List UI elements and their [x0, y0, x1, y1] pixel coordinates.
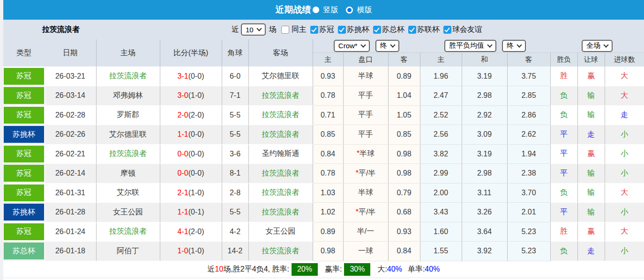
half-time-score: (0-1)	[188, 208, 204, 216]
avg-draw-odds: 3.92	[462, 242, 507, 261]
recent-count-select[interactable]: 10	[241, 23, 266, 36]
away-team: 拉茨流浪者	[248, 105, 313, 125]
handicap-line: 半球	[343, 66, 388, 86]
goals-outcome: 走	[605, 105, 644, 125]
avg-away-odds: 2.01	[507, 203, 550, 222]
avg-draw-odds: 3.09	[462, 125, 507, 145]
handicap-line: 平手	[343, 86, 388, 106]
same-home-label[interactable]: 同主	[292, 25, 307, 35]
league-badge: 苏冠	[4, 146, 44, 162]
goals-outcome: 小	[605, 144, 644, 164]
half-time-score: (0-0)	[188, 130, 204, 138]
table-row: 苏冠26-02-28罗斯郡2-0(2-0)5-5拉茨流浪者0.71平手1.052…	[3, 105, 644, 125]
league-type-cell: 苏冠	[3, 86, 45, 106]
handicap-odds-away: 0.89	[388, 66, 420, 86]
summary-record: 场,胜2平4负4, 胜率:	[223, 265, 289, 274]
corners-cell: 5-5	[222, 125, 248, 145]
league-checkbox[interactable]	[310, 26, 318, 34]
odds-time-select[interactable]: 终	[375, 40, 399, 52]
chevron-down-icon	[256, 26, 262, 31]
league-checkbox[interactable]	[373, 26, 381, 34]
handicap-odds-away: 0.98	[388, 164, 420, 184]
league-type-cell: 苏挑杯	[3, 203, 45, 222]
result-outcome: 负	[550, 86, 577, 106]
filter-bar: 拉茨流浪者 近 10 场 同主 苏冠苏挑杯苏总杯苏联杯球会友谊	[3, 20, 644, 39]
avg-home-odds: 2.47	[420, 86, 462, 106]
handicap-odds-home: 0.85	[313, 125, 343, 145]
avg-draw-odds: 3.11	[462, 183, 507, 203]
league-checkbox-label[interactable]: 苏冠	[319, 25, 334, 35]
league-type-cell: 苏冠	[3, 66, 45, 86]
handicap-odds-home: 0.89	[313, 222, 343, 242]
goals-outcome: 小	[605, 203, 644, 222]
match-date: 26-02-28	[45, 105, 96, 125]
half-time-score: (0-0)	[188, 72, 204, 80]
games-label: 场	[269, 25, 277, 35]
avg-draw-odds: 2.92	[462, 105, 507, 125]
subcol-goals: 进球数	[605, 52, 644, 66]
summary-near: 近	[208, 265, 215, 274]
col-corners: 角球	[222, 39, 248, 66]
handicap-odds-home: 1.02	[313, 203, 343, 222]
league-checkbox-label[interactable]: 苏挑杯	[347, 25, 369, 35]
league-type-cell: 苏总杯	[3, 242, 45, 261]
home-team: 女王公园	[96, 203, 160, 222]
league-checkbox-label[interactable]: 苏联杯	[417, 25, 440, 35]
avg-odds-header: 胜平负均值 终	[420, 39, 550, 52]
table-row: 苏冠26-01-24拉茨流浪者4-1(2-0)4-2女王公园0.89半/一0.9…	[3, 222, 644, 242]
league-checkbox-label[interactable]: 球会友谊	[452, 25, 482, 35]
corners-cell: 4-2	[222, 222, 248, 242]
same-home-checkbox[interactable]	[281, 26, 289, 34]
full-time-score: 1-1	[178, 130, 188, 138]
result-outcome: 平	[550, 203, 577, 222]
team-name: 拉茨流浪者	[42, 25, 80, 35]
handicap-line: 平手	[343, 105, 388, 125]
away-team: 女王公园	[248, 222, 313, 242]
avg-away-odds: 3.70	[507, 183, 550, 203]
home-team: 摩顿	[96, 164, 160, 184]
avg-home-odds: 2.99	[420, 164, 462, 184]
odds-win-rate-badge: 30%	[344, 263, 370, 276]
league-filters: 苏冠苏挑杯苏总杯苏联杯球会友谊	[307, 25, 482, 35]
league-checkbox[interactable]	[408, 26, 416, 34]
corners-cell: 2-8	[222, 183, 248, 203]
away-team: 拉茨流浪者	[248, 125, 313, 145]
avg-home-odds: 3.43	[420, 203, 462, 222]
avg-time-select[interactable]: 终	[502, 40, 526, 52]
handicap-line: 平手	[343, 125, 388, 145]
match-date: 26-03-14	[45, 86, 96, 106]
table-row: 苏冠26-03-14邓弗姆林3-0(1-0)7-1拉茨流浪者0.78平手1.04…	[3, 86, 644, 106]
avg-away-odds: 2.62	[507, 125, 550, 145]
league-checkbox[interactable]	[338, 26, 346, 34]
full-time-score: 2-1	[178, 189, 188, 197]
scope-select[interactable]: 全场	[582, 40, 613, 52]
avg-select[interactable]: 胜平负均值	[444, 40, 496, 52]
league-badge: 苏冠	[4, 68, 44, 85]
league-checkbox[interactable]	[443, 26, 451, 34]
avg-home-odds: 1.55	[420, 242, 462, 261]
title-bar: 近期战绩 竖版 横版	[3, 0, 644, 20]
col-away: 客场	[248, 39, 313, 66]
horizontal-radio[interactable]	[346, 7, 353, 14]
vertical-radio[interactable]	[313, 7, 319, 13]
horizontal-radio-label[interactable]: 横版	[357, 5, 372, 15]
chevron-down-icon	[390, 42, 395, 47]
league-checkbox-label[interactable]: 苏总杯	[382, 25, 404, 35]
league-type-cell: 苏冠	[3, 105, 45, 125]
league-type-cell: 苏挑杯	[3, 125, 45, 145]
chevron-down-icon	[487, 42, 492, 47]
corners-cell: 5-5	[222, 105, 248, 125]
handicap-outcome: 走	[577, 125, 605, 145]
vertical-radio-label[interactable]: 竖版	[323, 5, 338, 15]
away-team: 圣约翰斯通	[248, 144, 313, 164]
league-badge: 苏冠	[4, 165, 44, 182]
match-date: 26-02-14	[45, 164, 96, 184]
odds-company-select[interactable]: Crow*	[334, 40, 370, 52]
corners-cell: 5-5	[222, 203, 248, 222]
away-team: 拉茨流浪者	[248, 242, 313, 261]
away-team: 拉茨流浪者	[248, 86, 313, 106]
table-row: 苏冠26-01-31艾尔联2-1(1-0)2-8拉茨流浪者1.03半球0.792…	[3, 183, 644, 203]
avg-home-odds: 2.00	[420, 183, 462, 203]
handicap-outcome: 走	[577, 242, 605, 261]
corners-cell: 6-0	[222, 66, 248, 86]
